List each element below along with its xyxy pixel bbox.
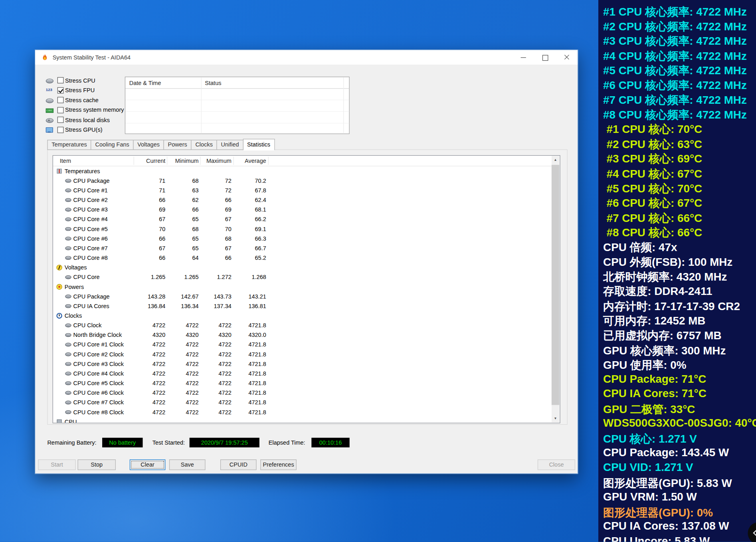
tab-temperatures[interactable]: Temperatures: [47, 140, 91, 150]
cache-icon: [46, 96, 53, 104]
close-button[interactable]: Close: [538, 459, 575, 470]
close-icon[interactable]: [556, 50, 578, 64]
item-label: CPU Core: [73, 272, 100, 282]
stat-row[interactable]: CPU Core #570687069.1: [53, 224, 552, 234]
group-row[interactable]: Temperatures: [53, 166, 552, 176]
osd-line: WDS500G3X0C-00SJG0: 40°C: [598, 417, 756, 431]
test-log-table[interactable]: Date & Time Status: [125, 77, 350, 134]
osd-line: #6 CPU 核心频率: 4722 MHz: [598, 78, 756, 93]
stat-row[interactable]: CPU Core #171637267.8: [53, 186, 552, 195]
stat-row[interactable]: CPU Core #866646665.2: [53, 253, 552, 263]
group-row[interactable]: CPU: [53, 417, 552, 423]
titlebar[interactable]: System Stability Test - AIDA64: [35, 50, 578, 65]
stat-row[interactable]: North Bridge Clock4320432043204320.0: [53, 330, 552, 340]
item-label: CPU Core #3: [73, 205, 108, 214]
chip-icon: [65, 401, 71, 405]
item-label: CPU Core #8 Clock: [73, 407, 124, 417]
cpuid-button[interactable]: CPUID: [220, 459, 257, 470]
header-separator: [268, 157, 269, 165]
tab-powers[interactable]: Powers: [164, 140, 192, 150]
stat-row[interactable]: CPU Package143.28142.67143.73143.21: [53, 292, 552, 301]
scroll-down-icon[interactable]: ▼: [552, 415, 559, 422]
stress-option-label: Stress CPU: [65, 77, 95, 84]
group-row[interactable]: Voltages: [53, 263, 552, 272]
stress-option-memory[interactable]: Stress system memory: [46, 105, 124, 115]
checkbox[interactable]: [57, 97, 64, 103]
stress-option-cache[interactable]: Stress cache: [46, 95, 99, 105]
checkbox[interactable]: [57, 107, 64, 113]
preferences-button[interactable]: Preferences: [260, 459, 297, 470]
stat-row[interactable]: CPU Core #467656766.2: [53, 215, 552, 224]
test-started-value: 2020/9/7 19:57:25: [190, 438, 259, 447]
osd-line: #8 CPU 核心频率: 4722 MHz: [598, 107, 756, 122]
tab-cooling-fans[interactable]: Cooling Fans: [91, 140, 134, 150]
stat-row[interactable]: CPU Core #1 Clock4722472247224721.8: [53, 340, 552, 350]
stat-row[interactable]: CPU Core #666656866.3: [53, 234, 552, 243]
checkbox[interactable]: [57, 117, 64, 123]
stat-row[interactable]: CPU Core #6 Clock4722472247224721.8: [53, 388, 552, 398]
clear-button[interactable]: Clear: [130, 459, 165, 470]
start-button[interactable]: Start: [38, 459, 75, 470]
group-row[interactable]: Clocks: [53, 311, 552, 320]
stat-row[interactable]: CPU IA Cores136.84136.34137.34136.81: [53, 301, 552, 311]
tab-clocks[interactable]: Clocks: [191, 140, 217, 150]
average-value: 4721.8: [218, 398, 266, 407]
stat-row[interactable]: CPU Core #767656766.7: [53, 243, 552, 253]
group-label: Powers: [65, 282, 84, 292]
item-label: CPU IA Cores: [73, 301, 109, 311]
osd-sensor-panel: #1 CPU 核心频率: 4722 MHz#2 CPU 核心频率: 4722 M…: [598, 0, 756, 542]
stop-button[interactable]: Stop: [77, 459, 115, 470]
remaining-battery-value: No battery: [102, 438, 142, 447]
stat-row[interactable]: CPU Core #8 Clock4722472247224721.8: [53, 407, 552, 417]
stress-option-gpu[interactable]: Stress GPU(s): [46, 125, 103, 135]
stat-row[interactable]: CPU Core1.2651.2651.2721.268: [53, 272, 552, 282]
stat-row[interactable]: CPU Clock4722472247224721.8: [53, 320, 552, 330]
item-label: CPU Clock: [73, 320, 102, 330]
vertical-scrollbar[interactable]: ▲ ▼: [552, 156, 559, 422]
log-column-status[interactable]: Status: [205, 77, 221, 89]
scroll-up-icon[interactable]: ▲: [552, 156, 559, 164]
stat-row[interactable]: CPU Core #2 Clock4722472247224721.8: [53, 350, 552, 359]
voltage-icon: [56, 265, 62, 270]
average-value: 68.1: [218, 205, 266, 214]
osd-line: 图形处理器(GPU): 5.83 W: [598, 476, 756, 491]
maximize-icon[interactable]: [534, 50, 556, 64]
item-label: CPU Core #1: [73, 186, 108, 195]
tab-statistics[interactable]: Statistics: [243, 139, 275, 150]
log-column-datetime[interactable]: Date & Time: [129, 77, 161, 89]
stress-option-cpu[interactable]: Stress CPU: [46, 75, 95, 85]
stat-row[interactable]: CPU Package71687270.2: [53, 176, 552, 186]
average-value: 4721.8: [218, 378, 266, 388]
average-value: 4721.8: [218, 388, 266, 398]
stat-row[interactable]: CPU Core #5 Clock4722472247224721.8: [53, 378, 552, 388]
osd-line: #7 CPU 核心频率: 4722 MHz: [598, 93, 756, 107]
chip-icon: [65, 381, 71, 385]
stat-row[interactable]: CPU Core #369666968.1: [53, 205, 552, 214]
cpu-group-icon: [56, 419, 62, 423]
scrollbar-thumb[interactable]: [552, 165, 559, 405]
osd-line: CPU IA Cores: 71°C: [598, 387, 756, 402]
column-header-item[interactable]: Item: [60, 156, 71, 166]
stat-row[interactable]: CPU Core #3 Clock4722472247224721.8: [53, 359, 552, 369]
stat-row[interactable]: CPU Core #4 Clock4722472247224721.8: [53, 369, 552, 378]
tab-voltages[interactable]: Voltages: [133, 140, 164, 150]
chip-icon: [65, 333, 71, 337]
stress-option-disk[interactable]: Stress local disks: [46, 115, 110, 125]
power-icon: [56, 284, 62, 289]
osd-line: #5 CPU 核心频率: 4722 MHz: [598, 63, 756, 78]
save-button[interactable]: Save: [169, 459, 206, 470]
average-value: 4320.0: [218, 330, 266, 340]
checkbox[interactable]: [57, 77, 64, 83]
stat-row[interactable]: CPU Core #7 Clock4722472247224721.8: [53, 398, 552, 407]
checkbox[interactable]: [57, 87, 64, 93]
minimize-icon[interactable]: [513, 50, 534, 64]
test-started-label: Test Started:: [152, 438, 185, 447]
checkbox[interactable]: [57, 127, 64, 133]
tab-unified[interactable]: Unified: [217, 140, 243, 150]
column-header-average[interactable]: Average: [218, 156, 266, 166]
stat-row[interactable]: CPU Core #266626662.4: [53, 195, 552, 205]
log-table-header: Date & Time Status: [125, 77, 349, 89]
stress-option-fpu[interactable]: 123Stress FPU: [46, 85, 95, 95]
group-row[interactable]: Powers: [53, 282, 552, 292]
temperature-icon: [56, 168, 62, 174]
